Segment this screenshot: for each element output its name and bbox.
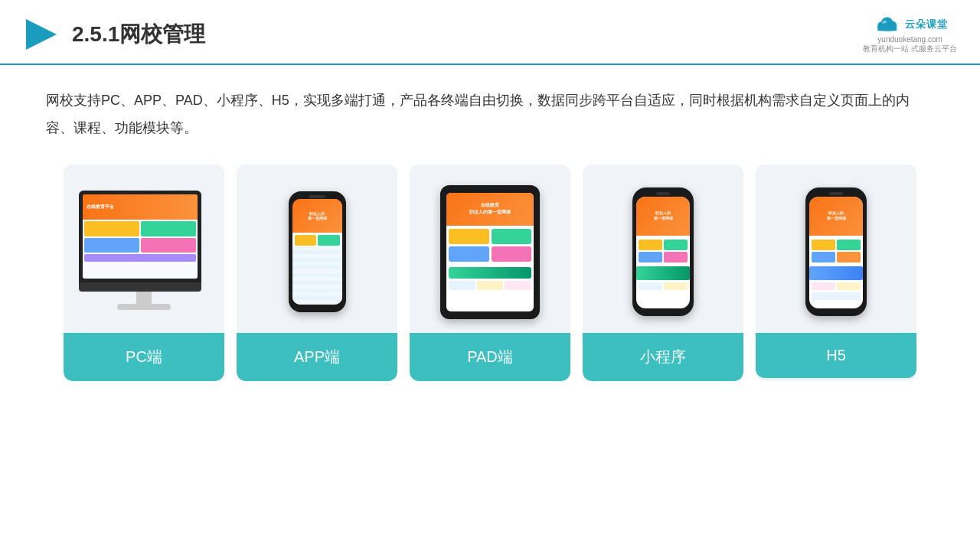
header: 2.5.1网校管理 云朵课堂 yunduoketang.com: [0, 0, 980, 65]
phone-miniapp: 职达人的第一堂网课: [632, 187, 694, 316]
card-app: 职达人的第一堂网课 APP端: [237, 165, 397, 381]
logo-cloud: 云朵课堂: [873, 14, 948, 35]
svg-rect-9: [877, 26, 897, 31]
pc-monitor: 在线教育平台: [79, 191, 209, 313]
tablet-pad: 在线教育职达人的第一堂网课: [440, 185, 540, 319]
card-pc-image: 在线教育平台: [64, 165, 224, 333]
card-pad: 在线教育职达人的第一堂网课 PAD端: [410, 165, 570, 381]
description: 网校支持PC、APP、PAD、小程序、H5，实现多端打通，产品各终端自由切换，数…: [0, 65, 980, 149]
logo-area: 云朵课堂 yunduoketang.com 教育机构一站 式服务云平台: [863, 14, 957, 54]
play-icon: [23, 16, 60, 53]
description-text: 网校支持PC、APP、PAD、小程序、H5，实现多端打通，产品各终端自由切换，数…: [46, 86, 934, 142]
card-pad-label: PAD端: [410, 333, 570, 381]
card-h5-label: H5: [756, 333, 916, 378]
cloud-icon: [873, 14, 902, 35]
page-title: 2.5.1网校管理: [72, 20, 205, 49]
logo-url: yunduoketang.com 教育机构一站 式服务云平台: [863, 35, 957, 54]
card-h5-image: 职达人的第一堂网课: [756, 165, 916, 333]
card-miniapp-image: 职达人的第一堂网课: [583, 165, 743, 333]
phone-app: 职达人的第一堂网课: [289, 191, 346, 312]
svg-marker-0: [26, 19, 57, 50]
card-miniapp: 职达人的第一堂网课 小程序: [583, 165, 743, 381]
card-pc-label: PC端: [64, 333, 224, 381]
card-h5: 职达人的第一堂网课 H5: [756, 165, 916, 381]
card-app-image: 职达人的第一堂网课: [237, 165, 397, 333]
header-left: 2.5.1网校管理: [23, 16, 205, 53]
card-pad-image: 在线教育职达人的第一堂网课: [410, 165, 570, 333]
cards-container: 在线教育平台 PC端: [0, 149, 980, 396]
card-miniapp-label: 小程序: [583, 333, 743, 381]
phone-h5: 职达人的第一堂网课: [805, 187, 867, 316]
card-pc: 在线教育平台 PC端: [64, 165, 224, 381]
logo-text: 云朵课堂: [905, 18, 948, 31]
card-app-label: APP端: [237, 333, 397, 381]
